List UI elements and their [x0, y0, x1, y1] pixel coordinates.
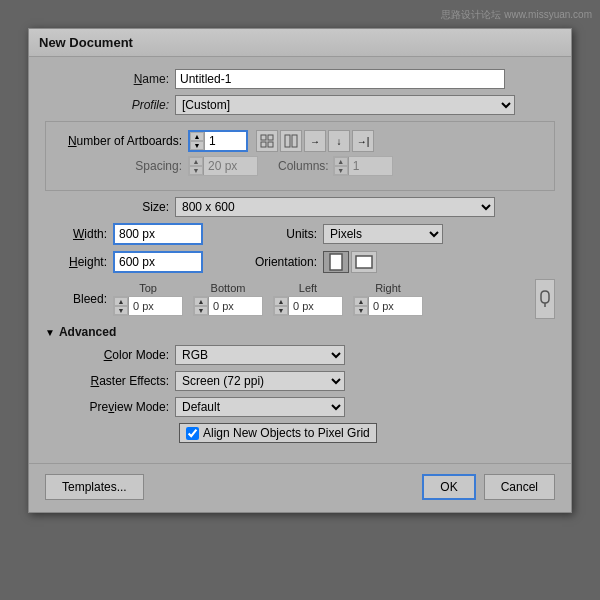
triangle-icon: ▼ — [45, 327, 55, 338]
footer-right: OK Cancel — [422, 474, 555, 500]
bleed-label: Bleed: — [45, 292, 113, 306]
grid-icon-2[interactable] — [280, 130, 302, 152]
advanced-section: ▼ Advanced Color Mode: RGB CMYK Raster E… — [45, 325, 555, 443]
preview-mode-select[interactable]: Default Pixel Overprint — [175, 397, 345, 417]
bleed-bottom-up[interactable]: ▲ — [194, 297, 208, 306]
grid-icon-1[interactable] — [256, 130, 278, 152]
svg-rect-2 — [261, 142, 266, 147]
bleed-right-spinner[interactable]: ▲ ▼ 0 px — [353, 296, 423, 316]
landscape-btn[interactable] — [351, 251, 377, 273]
bleed-bottom-label: Bottom — [211, 282, 246, 294]
name-input[interactable] — [175, 69, 505, 89]
spacing-up[interactable]: ▲ — [189, 157, 203, 166]
spacing-spinner[interactable]: ▲ ▼ 20 px — [188, 156, 258, 176]
svg-rect-7 — [356, 256, 372, 268]
artboards-down[interactable]: ▼ — [190, 141, 204, 150]
artboards-value: 1 — [205, 134, 235, 148]
width-label: Width: — [45, 227, 113, 241]
arrange-down-icon[interactable]: ↓ — [328, 130, 350, 152]
profile-label: Profile: — [45, 98, 175, 112]
arrange-right-icon[interactable]: → — [304, 130, 326, 152]
ok-button[interactable]: OK — [422, 474, 475, 500]
bleed-left-up[interactable]: ▲ — [274, 297, 288, 306]
templates-button[interactable]: Templates... — [45, 474, 144, 500]
columns-label: Columns: — [278, 159, 329, 173]
bleed-top-value: 0 px — [129, 300, 158, 312]
bleed-right-col: Right ▲ ▼ 0 px — [353, 282, 423, 316]
bleed-bottom-down[interactable]: ▼ — [194, 306, 208, 315]
artboards-spinner[interactable]: ▲ ▼ 1 — [188, 130, 248, 152]
width-units-row: Width: Units: Pixels Points Picas Inches… — [45, 223, 555, 245]
bleed-left-arrows[interactable]: ▲ ▼ — [274, 297, 289, 315]
columns-down[interactable]: ▼ — [334, 166, 348, 175]
width-input[interactable] — [115, 225, 185, 243]
profile-select[interactable]: [Custom] — [175, 95, 515, 115]
units-select[interactable]: Pixels Points Picas Inches Millimeters — [323, 224, 443, 244]
bleed-left-label: Left — [299, 282, 317, 294]
bleed-section: Bleed: Top ▲ ▼ 0 px Bottom — [45, 279, 555, 319]
dialog-body: Name: Profile: [Custom] Number of Artboa… — [29, 57, 571, 463]
height-input-wrapper[interactable] — [113, 251, 203, 273]
dialog-footer: Templates... OK Cancel — [29, 463, 571, 512]
spacing-label: Spacing: — [58, 159, 188, 173]
preview-mode-row: Preview Mode: Default Pixel Overprint — [59, 397, 555, 417]
bleed-right-down[interactable]: ▼ — [354, 306, 368, 315]
height-label: Height: — [45, 255, 113, 269]
arrange-next-icon[interactable]: →| — [352, 130, 374, 152]
spacing-row: Spacing: ▲ ▼ 20 px Columns: ▲ ▼ — [58, 156, 542, 176]
bleed-right-arrows[interactable]: ▲ ▼ — [354, 297, 369, 315]
columns-up[interactable]: ▲ — [334, 157, 348, 166]
columns-value: 1 — [349, 159, 379, 173]
portrait-btn[interactable] — [323, 251, 349, 273]
artboards-row: Number of Artboards: ▲ ▼ 1 — [58, 130, 542, 152]
size-row: Size: 800 x 600 — [45, 197, 555, 217]
bleed-right-up[interactable]: ▲ — [354, 297, 368, 306]
orientation-buttons — [323, 251, 377, 273]
bleed-top-down[interactable]: ▼ — [114, 306, 128, 315]
columns-spinner[interactable]: ▲ ▼ 1 — [333, 156, 393, 176]
bleed-top-up[interactable]: ▲ — [114, 297, 128, 306]
artboard-icons: → ↓ →| — [256, 130, 374, 152]
spacing-down[interactable]: ▼ — [189, 166, 203, 175]
artboards-arrows[interactable]: ▲ ▼ — [190, 132, 205, 150]
height-input[interactable] — [115, 253, 185, 271]
size-select[interactable]: 800 x 600 — [175, 197, 495, 217]
bleed-right-label: Right — [375, 282, 401, 294]
units-label: Units: — [263, 227, 323, 241]
advanced-header[interactable]: ▼ Advanced — [45, 325, 555, 339]
artboards-label: Number of Artboards: — [58, 134, 188, 148]
svg-rect-4 — [285, 135, 290, 147]
name-label: Name: — [45, 72, 175, 86]
columns-arrows[interactable]: ▲ ▼ — [334, 157, 349, 175]
bleed-top-label: Top — [139, 282, 157, 294]
bleed-top-col: Top ▲ ▼ 0 px — [113, 282, 183, 316]
pixel-grid-label: Align New Objects to Pixel Grid — [203, 426, 370, 440]
dialog: New Document Name: Profile: [Custom] Num… — [28, 28, 572, 513]
raster-effects-select[interactable]: Screen (72 ppi) Medium (150 ppi) High (3… — [175, 371, 345, 391]
bleed-left-value: 0 px — [289, 300, 318, 312]
size-label: Size: — [45, 200, 175, 214]
artboards-up[interactable]: ▲ — [190, 132, 204, 141]
svg-rect-0 — [261, 135, 266, 140]
width-input-wrapper[interactable] — [113, 223, 203, 245]
bleed-bottom-spinner[interactable]: ▲ ▼ 0 px — [193, 296, 263, 316]
cancel-button[interactable]: Cancel — [484, 474, 555, 500]
bleed-top-spinner[interactable]: ▲ ▼ 0 px — [113, 296, 183, 316]
bleed-right-value: 0 px — [369, 300, 398, 312]
raster-effects-row: Raster Effects: Screen (72 ppi) Medium (… — [59, 371, 555, 391]
bleed-left-spinner[interactable]: ▲ ▼ 0 px — [273, 296, 343, 316]
bleed-bottom-arrows[interactable]: ▲ ▼ — [194, 297, 209, 315]
bleed-link-btn[interactable] — [535, 279, 555, 319]
watermark: 思路设计论坛 www.missyuan.com — [441, 8, 592, 22]
bleed-top-arrows[interactable]: ▲ ▼ — [114, 297, 129, 315]
spacing-arrows[interactable]: ▲ ▼ — [189, 157, 204, 175]
advanced-title: Advanced — [59, 325, 116, 339]
footer-left: Templates... — [45, 474, 144, 500]
color-mode-select[interactable]: RGB CMYK — [175, 345, 345, 365]
pixel-grid-checkbox[interactable] — [186, 427, 199, 440]
svg-rect-5 — [292, 135, 297, 147]
columns-group: Columns: ▲ ▼ 1 — [278, 156, 393, 176]
height-orient-row: Height: Orientation: — [45, 251, 555, 273]
bleed-left-down[interactable]: ▼ — [274, 306, 288, 315]
preview-mode-label: Preview Mode: — [59, 400, 175, 414]
